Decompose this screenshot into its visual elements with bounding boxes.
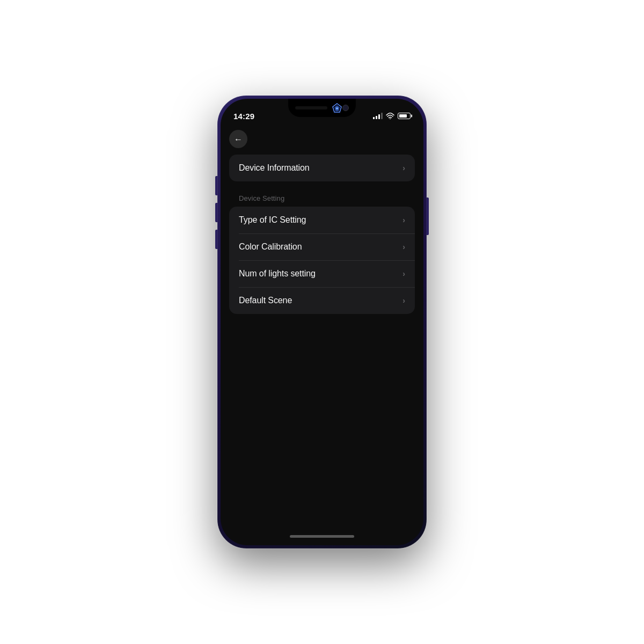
num-of-lights-setting-label: Num of lights setting bbox=[239, 269, 316, 279]
svg-point-2 bbox=[336, 107, 338, 109]
device-info-card: Device Information › bbox=[229, 155, 415, 181]
back-arrow-icon: ← bbox=[234, 135, 243, 144]
signal-icon bbox=[373, 113, 383, 119]
status-icons bbox=[373, 113, 411, 119]
color-calibration-label: Color Calibration bbox=[239, 242, 302, 252]
chevron-right-icon-4: › bbox=[402, 296, 405, 305]
type-of-ic-setting-label: Type of IC Setting bbox=[239, 215, 306, 225]
status-time: 14:29 bbox=[233, 112, 254, 121]
front-camera bbox=[342, 105, 349, 111]
battery-icon bbox=[398, 113, 411, 119]
color-calibration-item[interactable]: Color Calibration › bbox=[229, 233, 415, 260]
phone-screen: 14:29 bbox=[221, 99, 423, 545]
chevron-right-icon-1: › bbox=[402, 216, 405, 224]
default-scene-label: Default Scene bbox=[239, 296, 292, 305]
notch bbox=[288, 99, 356, 117]
device-information-item[interactable]: Device Information › bbox=[229, 155, 415, 181]
device-setting-section-label: Device Setting bbox=[229, 186, 415, 207]
main-content: ← Device Information › Device Setting bbox=[221, 126, 423, 527]
num-of-lights-setting-item[interactable]: Num of lights setting › bbox=[229, 260, 415, 287]
phone-frame: 14:29 bbox=[217, 96, 427, 548]
svg-point-3 bbox=[390, 119, 391, 120]
device-information-label: Device Information bbox=[239, 163, 310, 173]
device-setting-card: Type of IC Setting › Color Calibration ›… bbox=[229, 207, 415, 314]
speaker bbox=[295, 106, 327, 109]
nav-bar: ← bbox=[221, 126, 423, 155]
home-bar bbox=[290, 535, 354, 538]
menu-section: Device Information › Device Setting Type… bbox=[221, 155, 423, 318]
back-button[interactable]: ← bbox=[229, 130, 247, 148]
type-of-ic-setting-item[interactable]: Type of IC Setting › bbox=[229, 207, 415, 233]
wifi-icon bbox=[386, 113, 394, 119]
chevron-right-icon-2: › bbox=[402, 243, 405, 251]
app-logo bbox=[332, 103, 342, 113]
chevron-right-icon-3: › bbox=[402, 269, 405, 278]
home-indicator bbox=[221, 527, 423, 545]
default-scene-item[interactable]: Default Scene › bbox=[229, 287, 415, 314]
chevron-right-icon: › bbox=[402, 164, 405, 172]
